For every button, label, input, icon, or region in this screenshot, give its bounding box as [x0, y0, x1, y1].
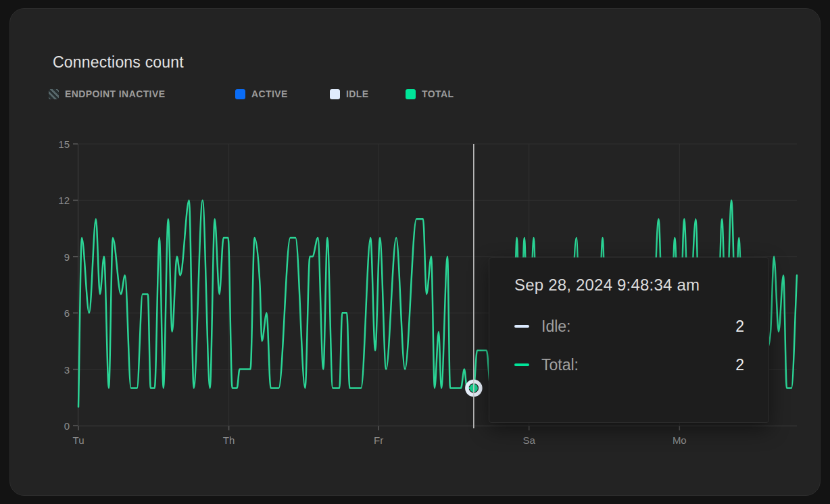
y-axis-tick-label: 0: [64, 420, 70, 432]
y-axis-tick-label: 6: [64, 307, 70, 319]
x-axis-tick-label: Tu: [73, 434, 84, 446]
y-axis-tick-label: 12: [58, 195, 70, 206]
tooltip-row-value: 2: [735, 356, 744, 374]
chart-tooltip: Sep 28, 2024 9:48:34 am Idle: 2 Total: 2: [489, 257, 769, 423]
tooltip-row-label: Idle:: [541, 318, 570, 336]
tooltip-row-idle: Idle: 2: [514, 316, 744, 336]
tooltip-row-label: Total:: [541, 356, 579, 374]
tooltip-rows: Idle: 2 Total: 2: [514, 316, 744, 375]
connections-line-chart[interactable]: 03691215 TuThFrSaMo: [10, 9, 830, 504]
x-axis-tick-label: Sa: [523, 434, 535, 446]
y-axis-tick-label: 15: [58, 138, 70, 150]
x-axis-tick-label: Th: [223, 434, 235, 446]
x-axis-tick-label: Fr: [374, 434, 383, 446]
connections-count-card: Connections count ENDPOINT INACTIVE ACTI…: [9, 8, 821, 496]
y-axis-tick-label: 3: [64, 363, 70, 375]
x-axis-tick-label: Mo: [673, 434, 687, 446]
tooltip-row-value: 2: [735, 318, 744, 336]
tooltip-timestamp: Sep 28, 2024 9:48:34 am: [514, 276, 744, 295]
idle-dash-icon: [514, 325, 529, 328]
page-background: Connections count ENDPOINT INACTIVE ACTI…: [0, 0, 830, 504]
total-dash-icon: [514, 363, 529, 366]
tooltip-row-total: Total: 2: [514, 355, 744, 375]
y-axis-tick-label: 9: [64, 251, 70, 262]
